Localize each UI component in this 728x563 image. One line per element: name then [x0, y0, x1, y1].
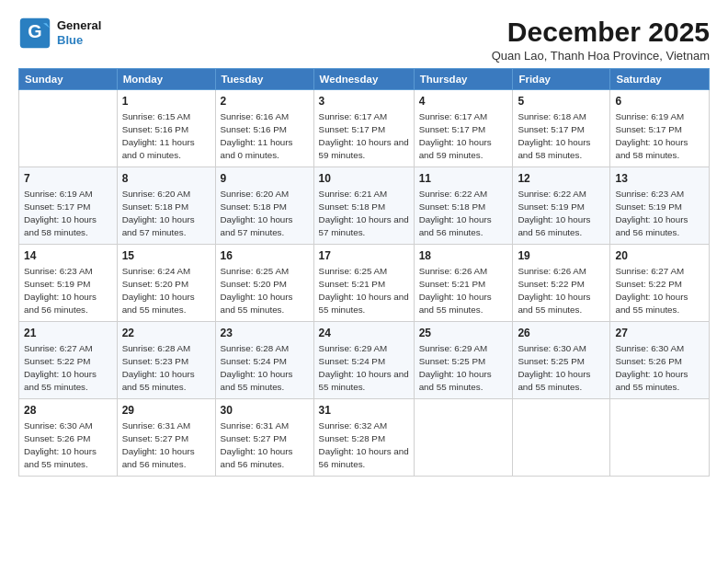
header-thursday: Thursday: [414, 69, 513, 90]
day-number: 11: [419, 171, 508, 187]
title-area: December 2025 Quan Lao, Thanh Hoa Provin…: [492, 17, 710, 63]
day-number: 22: [122, 326, 210, 341]
day-number: 10: [319, 171, 409, 187]
calendar-cell: 19Sunrise: 6:26 AM Sunset: 5:22 PM Dayli…: [513, 245, 610, 322]
day-info: Sunrise: 6:17 AM Sunset: 5:17 PM Dayligh…: [419, 110, 508, 163]
calendar-cell: 11Sunrise: 6:22 AM Sunset: 5:18 PM Dayli…: [414, 167, 513, 245]
header-sunday: Sunday: [19, 69, 118, 90]
day-number: 3: [319, 94, 409, 109]
day-number: 25: [419, 326, 508, 341]
day-info: Sunrise: 6:27 AM Sunset: 5:22 PM Dayligh…: [615, 265, 704, 317]
calendar-cell: 10Sunrise: 6:21 AM Sunset: 5:18 PM Dayli…: [313, 167, 414, 245]
header-monday: Monday: [117, 69, 215, 90]
calendar-week-5: 28Sunrise: 6:30 AM Sunset: 5:26 PM Dayli…: [19, 399, 710, 477]
day-info: Sunrise: 6:22 AM Sunset: 5:18 PM Dayligh…: [419, 188, 508, 240]
calendar-cell: 30Sunrise: 6:31 AM Sunset: 5:27 PM Dayli…: [215, 399, 313, 477]
day-number: 26: [518, 326, 605, 341]
calendar-cell: [414, 399, 513, 477]
day-info: Sunrise: 6:27 AM Sunset: 5:22 PM Dayligh…: [24, 342, 112, 395]
calendar-cell: 28Sunrise: 6:30 AM Sunset: 5:26 PM Dayli…: [19, 399, 118, 477]
header-tuesday: Tuesday: [215, 69, 313, 90]
day-info: Sunrise: 6:24 AM Sunset: 5:20 PM Dayligh…: [122, 265, 210, 317]
day-info: Sunrise: 6:17 AM Sunset: 5:17 PM Dayligh…: [319, 110, 409, 163]
calendar-cell: 2Sunrise: 6:16 AM Sunset: 5:16 PM Daylig…: [215, 90, 313, 167]
day-info: Sunrise: 6:25 AM Sunset: 5:20 PM Dayligh…: [221, 265, 309, 317]
calendar-cell: [513, 399, 610, 477]
day-number: 7: [24, 171, 112, 187]
calendar-cell: 25Sunrise: 6:29 AM Sunset: 5:25 PM Dayli…: [414, 322, 513, 399]
calendar-cell: 17Sunrise: 6:25 AM Sunset: 5:21 PM Dayli…: [313, 245, 414, 322]
day-info: Sunrise: 6:29 AM Sunset: 5:24 PM Dayligh…: [319, 342, 409, 395]
day-number: 9: [221, 171, 309, 187]
day-info: Sunrise: 6:28 AM Sunset: 5:24 PM Dayligh…: [221, 342, 309, 395]
month-title: December 2025: [492, 17, 710, 47]
day-info: Sunrise: 6:19 AM Sunset: 5:17 PM Dayligh…: [615, 110, 704, 163]
day-number: 30: [221, 403, 309, 419]
location: Quan Lao, Thanh Hoa Province, Vietnam: [492, 49, 710, 63]
calendar-header: Sunday Monday Tuesday Wednesday Thursday…: [19, 69, 710, 90]
day-number: 31: [319, 403, 409, 419]
calendar-cell: 27Sunrise: 6:30 AM Sunset: 5:26 PM Dayli…: [610, 322, 710, 399]
calendar-week-1: 1Sunrise: 6:15 AM Sunset: 5:16 PM Daylig…: [19, 90, 710, 167]
calendar-cell: 22Sunrise: 6:28 AM Sunset: 5:23 PM Dayli…: [117, 322, 215, 399]
day-number: 8: [122, 171, 210, 187]
calendar-cell: 18Sunrise: 6:26 AM Sunset: 5:21 PM Dayli…: [414, 245, 513, 322]
logo-icon: G: [18, 17, 51, 50]
calendar-cell: 5Sunrise: 6:18 AM Sunset: 5:17 PM Daylig…: [513, 90, 610, 167]
day-info: Sunrise: 6:18 AM Sunset: 5:17 PM Dayligh…: [518, 110, 605, 163]
header-saturday: Saturday: [610, 69, 710, 90]
day-number: 14: [24, 248, 112, 264]
day-number: 6: [615, 94, 704, 109]
calendar-cell: 8Sunrise: 6:20 AM Sunset: 5:18 PM Daylig…: [117, 167, 215, 245]
day-number: 19: [518, 248, 605, 264]
day-number: 4: [419, 94, 508, 109]
day-number: 17: [319, 248, 409, 264]
day-number: 24: [319, 326, 409, 341]
day-number: 15: [122, 248, 210, 264]
logo: G General Blue: [18, 17, 101, 50]
day-info: Sunrise: 6:26 AM Sunset: 5:22 PM Dayligh…: [518, 265, 605, 317]
calendar-cell: 7Sunrise: 6:19 AM Sunset: 5:17 PM Daylig…: [19, 167, 118, 245]
day-info: Sunrise: 6:29 AM Sunset: 5:25 PM Dayligh…: [419, 342, 508, 395]
day-number: 18: [419, 248, 508, 264]
day-info: Sunrise: 6:25 AM Sunset: 5:21 PM Dayligh…: [319, 265, 409, 317]
calendar-cell: 21Sunrise: 6:27 AM Sunset: 5:22 PM Dayli…: [19, 322, 118, 399]
calendar-cell: 31Sunrise: 6:32 AM Sunset: 5:28 PM Dayli…: [313, 399, 414, 477]
calendar-cell: 12Sunrise: 6:22 AM Sunset: 5:19 PM Dayli…: [513, 167, 610, 245]
day-number: 1: [122, 94, 210, 109]
calendar-cell: 24Sunrise: 6:29 AM Sunset: 5:24 PM Dayli…: [313, 322, 414, 399]
calendar-cell: 6Sunrise: 6:19 AM Sunset: 5:17 PM Daylig…: [610, 90, 710, 167]
calendar-cell: [610, 399, 710, 477]
day-number: 16: [221, 248, 309, 264]
day-info: Sunrise: 6:30 AM Sunset: 5:26 PM Dayligh…: [24, 419, 112, 472]
day-number: 5: [518, 94, 605, 109]
day-number: 12: [518, 171, 605, 187]
calendar-week-4: 21Sunrise: 6:27 AM Sunset: 5:22 PM Dayli…: [19, 322, 710, 399]
header-wednesday: Wednesday: [313, 69, 414, 90]
day-info: Sunrise: 6:31 AM Sunset: 5:27 PM Dayligh…: [221, 419, 309, 472]
day-info: Sunrise: 6:26 AM Sunset: 5:21 PM Dayligh…: [419, 265, 508, 317]
day-info: Sunrise: 6:23 AM Sunset: 5:19 PM Dayligh…: [615, 188, 704, 240]
calendar-cell: 15Sunrise: 6:24 AM Sunset: 5:20 PM Dayli…: [117, 245, 215, 322]
header-friday: Friday: [513, 69, 610, 90]
day-info: Sunrise: 6:28 AM Sunset: 5:23 PM Dayligh…: [122, 342, 210, 395]
day-info: Sunrise: 6:23 AM Sunset: 5:19 PM Dayligh…: [24, 265, 112, 317]
day-number: 2: [221, 94, 309, 109]
day-info: Sunrise: 6:22 AM Sunset: 5:19 PM Dayligh…: [518, 188, 605, 240]
calendar-page: G General Blue December 2025 Quan Lao, T…: [0, 0, 728, 563]
calendar-week-2: 7Sunrise: 6:19 AM Sunset: 5:17 PM Daylig…: [19, 167, 710, 245]
header-row: Sunday Monday Tuesday Wednesday Thursday…: [19, 69, 710, 90]
calendar-cell: 1Sunrise: 6:15 AM Sunset: 5:16 PM Daylig…: [117, 90, 215, 167]
logo-line2: Blue: [57, 33, 101, 48]
day-info: Sunrise: 6:20 AM Sunset: 5:18 PM Dayligh…: [122, 188, 210, 240]
calendar-cell: 4Sunrise: 6:17 AM Sunset: 5:17 PM Daylig…: [414, 90, 513, 167]
day-info: Sunrise: 6:21 AM Sunset: 5:18 PM Dayligh…: [319, 188, 409, 240]
calendar-cell: 14Sunrise: 6:23 AM Sunset: 5:19 PM Dayli…: [19, 245, 118, 322]
calendar-cell: 20Sunrise: 6:27 AM Sunset: 5:22 PM Dayli…: [610, 245, 710, 322]
day-number: 13: [615, 171, 704, 187]
day-number: 23: [221, 326, 309, 341]
calendar-cell: 16Sunrise: 6:25 AM Sunset: 5:20 PM Dayli…: [215, 245, 313, 322]
day-info: Sunrise: 6:19 AM Sunset: 5:17 PM Dayligh…: [24, 188, 112, 240]
calendar-body: 1Sunrise: 6:15 AM Sunset: 5:16 PM Daylig…: [19, 90, 710, 477]
day-number: 21: [24, 326, 112, 341]
